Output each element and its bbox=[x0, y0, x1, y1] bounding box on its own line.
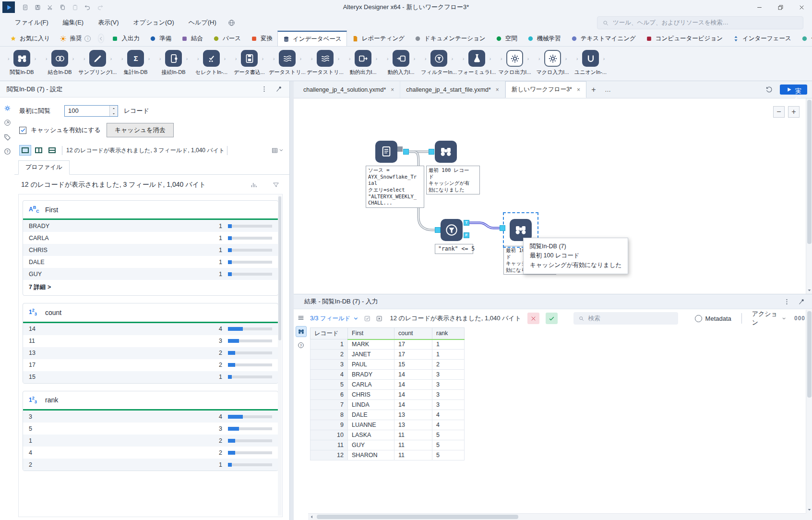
tool-3[interactable]: ›Σ›集計In-DB bbox=[117, 50, 155, 81]
filter-input-anchor[interactable] bbox=[435, 227, 441, 233]
records-value[interactable]: 100 bbox=[65, 106, 109, 116]
tag-icon[interactable] bbox=[3, 133, 12, 141]
profile-row[interactable]: 132 bbox=[23, 347, 278, 359]
layout-horizontal-button[interactable] bbox=[46, 145, 58, 156]
workflow-tab-1[interactable]: challenge_jp_4_start_file.yxmd*× bbox=[400, 81, 505, 98]
tab-category-0[interactable]: お気に入り bbox=[5, 31, 55, 46]
data-cell[interactable]: 14 bbox=[394, 390, 432, 400]
tab-category-3[interactable]: 準備 bbox=[144, 31, 176, 46]
copy-icon[interactable] bbox=[56, 1, 69, 13]
data-cell[interactable]: 4 bbox=[432, 410, 465, 420]
data-cell[interactable]: 3 bbox=[432, 390, 465, 400]
profile-card-footer[interactable]: 7 詳細 > bbox=[23, 280, 278, 295]
settings-gear-icon[interactable] bbox=[3, 104, 12, 112]
data-cell[interactable]: CHRIS bbox=[348, 390, 394, 400]
profile-row[interactable]: 12 bbox=[23, 435, 278, 447]
menu-item-1[interactable]: 編集(E) bbox=[56, 15, 91, 30]
help-icon[interactable]: ? bbox=[3, 147, 12, 156]
data-cell[interactable]: 11 bbox=[394, 440, 432, 450]
profile-row[interactable]: CARLA1 bbox=[23, 232, 278, 244]
navigate-icon[interactable] bbox=[3, 119, 12, 127]
data-cell[interactable]: 14 bbox=[394, 370, 432, 380]
tab-category-8[interactable]: レポーティング bbox=[347, 31, 409, 46]
chart-icon[interactable] bbox=[250, 181, 258, 189]
zoom-in-button[interactable]: + bbox=[788, 106, 800, 118]
clear-cache-button[interactable]: キャッシュを消去 bbox=[107, 123, 174, 137]
menu-item-3[interactable]: オプション(O) bbox=[126, 15, 181, 30]
record-number-cell[interactable]: 10 bbox=[310, 430, 348, 440]
data-cell[interactable]: JANET bbox=[348, 350, 394, 360]
record-number-cell[interactable]: 12 bbox=[310, 450, 348, 460]
close-button[interactable] bbox=[791, 0, 812, 14]
tab-category-14[interactable]: インターフェース bbox=[728, 31, 796, 46]
table-row[interactable]: 4BRADY143 bbox=[310, 370, 465, 380]
tool-5[interactable]: ››セレクトIn-... bbox=[192, 50, 230, 81]
workflow-canvas[interactable]: − + ソース = AYX_Snowflake_Tr ial クエリ=selec… bbox=[294, 98, 812, 294]
scroll-down-icon[interactable] bbox=[806, 287, 812, 293]
table-row[interactable]: 8DALE134 bbox=[310, 410, 465, 420]
panel-splitter[interactable] bbox=[290, 81, 294, 520]
data-cell[interactable]: 15 bbox=[394, 360, 432, 370]
errors-filter-button[interactable] bbox=[527, 313, 539, 324]
results-pin-icon[interactable] bbox=[798, 298, 805, 305]
data-cell[interactable]: 5 bbox=[432, 450, 465, 460]
table-row[interactable]: 3PAUL152 bbox=[310, 360, 465, 370]
records-spinner[interactable]: 100 bbox=[64, 105, 118, 117]
data-cell[interactable]: 13 bbox=[394, 410, 432, 420]
record-number-cell[interactable]: 2 bbox=[310, 350, 348, 360]
cache-checkbox[interactable] bbox=[19, 127, 26, 134]
tool-2[interactable]: ››サンプリングI... bbox=[79, 50, 117, 81]
data-cell[interactable]: 4 bbox=[432, 420, 465, 430]
select-all-icon[interactable] bbox=[364, 314, 371, 323]
filter-indb-node[interactable] bbox=[441, 219, 463, 241]
workflow-tab-2[interactable]: 新しいワークフロー3*× bbox=[505, 81, 586, 98]
profile-row[interactable]: 113 bbox=[23, 335, 278, 347]
data-cell[interactable]: 13 bbox=[394, 420, 432, 430]
tab-category-15[interactable]: データ調査 bbox=[796, 31, 812, 46]
actions-dropdown[interactable]: アクション bbox=[752, 310, 786, 327]
connect-output-anchor[interactable] bbox=[403, 149, 409, 155]
tool-15[interactable]: ››ユニオンIn-... bbox=[572, 50, 609, 81]
panel-menu-icon[interactable] bbox=[261, 85, 268, 93]
tab-category-9[interactable]: ドキュメンテーション bbox=[409, 31, 490, 46]
table-row[interactable]: 11GUY115 bbox=[310, 440, 465, 450]
grid-view-dropdown[interactable] bbox=[271, 147, 284, 154]
results-search-input[interactable]: 検索 bbox=[573, 312, 678, 325]
tool-10[interactable]: ››動的入力I... bbox=[382, 50, 420, 81]
table-row[interactable]: 6CHRIS143 bbox=[310, 390, 465, 400]
data-cell[interactable]: LUANNE bbox=[348, 420, 394, 430]
results-menu-icon[interactable] bbox=[783, 298, 790, 305]
tool-9[interactable]: ››動的出力I... bbox=[344, 50, 382, 81]
table-row[interactable]: 1MARK171 bbox=[310, 339, 465, 350]
close-icon[interactable]: × bbox=[391, 86, 394, 93]
table-row[interactable]: 2JANET171 bbox=[310, 350, 465, 360]
tab-category-12[interactable]: テキストマイニング bbox=[566, 31, 641, 46]
profile-row[interactable]: 172 bbox=[23, 359, 278, 371]
restore-button[interactable] bbox=[770, 0, 791, 14]
data-cell[interactable]: 11 bbox=[394, 430, 432, 440]
new-file-icon[interactable] bbox=[19, 1, 31, 13]
table-row[interactable]: 7LINDA143 bbox=[310, 400, 465, 410]
column-header-First[interactable]: First bbox=[348, 328, 394, 339]
filter-false-anchor[interactable]: F bbox=[464, 232, 469, 238]
tab-category-11[interactable]: 機械学習 bbox=[522, 31, 566, 46]
profile-scrollbar[interactable] bbox=[278, 195, 282, 516]
data-cell[interactable]: 3 bbox=[432, 400, 465, 410]
data-cell[interactable]: 17 bbox=[394, 350, 432, 360]
tool-6[interactable]: ››データ書込... bbox=[230, 50, 268, 81]
data-cell[interactable]: 11 bbox=[394, 450, 432, 460]
tool-13[interactable]: ››マクロ出力I... bbox=[496, 50, 534, 81]
profile-row[interactable]: 144 bbox=[23, 323, 278, 335]
profile-row[interactable]: BRADY1 bbox=[23, 220, 278, 232]
tab-category-5[interactable]: パース bbox=[208, 31, 246, 46]
data-cell[interactable]: PAUL bbox=[348, 360, 394, 370]
language-globe-icon[interactable] bbox=[227, 19, 236, 27]
profile-row[interactable]: 34 bbox=[23, 411, 278, 423]
layout-vertical-button[interactable] bbox=[33, 145, 45, 156]
scroll-left-icon[interactable] bbox=[308, 514, 315, 520]
record-number-cell[interactable]: 4 bbox=[310, 370, 348, 380]
table-row[interactable]: 12SHARON115 bbox=[310, 450, 465, 460]
redo-icon[interactable] bbox=[94, 1, 106, 13]
tool-12[interactable]: ››フォーミュラI... bbox=[458, 50, 496, 81]
data-cell[interactable]: 1 bbox=[432, 339, 465, 350]
